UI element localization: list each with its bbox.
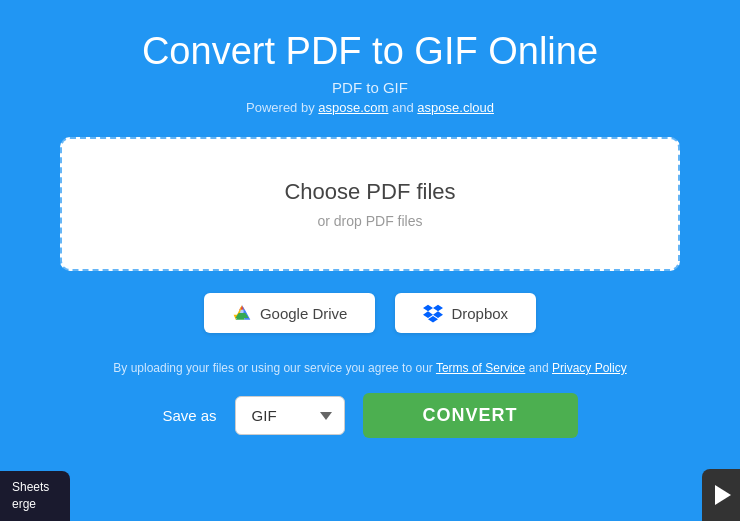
page-title: Convert PDF to GIF Online: [142, 30, 598, 73]
subtitle: PDF to GIF: [332, 79, 408, 96]
save-as-label: Save as: [162, 407, 216, 424]
privacy-policy-link[interactable]: Privacy Policy: [552, 361, 627, 375]
main-container: Convert PDF to GIF Online PDF to GIF Pow…: [0, 0, 740, 521]
google-drive-button[interactable]: Google Drive: [204, 293, 376, 333]
terms-of-service-link[interactable]: Terms of Service: [436, 361, 525, 375]
google-drive-icon: [232, 303, 252, 323]
sidebar-right-overlay: [702, 469, 740, 521]
terms-and: and: [529, 361, 552, 375]
format-select[interactable]: GIF PNG JPEG PDF TIFF: [235, 396, 345, 435]
powered-by-and: and: [392, 100, 417, 115]
terms-text: By uploading your files or using our ser…: [113, 361, 626, 375]
sidebar-left-line2: erge: [12, 497, 36, 511]
drop-zone-subtitle: or drop PDF files: [317, 213, 422, 229]
aspose-com-link[interactable]: aspose.com: [318, 100, 388, 115]
file-drop-zone[interactable]: Choose PDF files or drop PDF files: [60, 137, 680, 271]
bottom-bar: Save as GIF PNG JPEG PDF TIFF CONVERT: [162, 393, 577, 438]
sidebar-left-line1: Sheets: [12, 480, 49, 494]
dropbox-icon: [423, 303, 443, 323]
dropbox-label: Dropbox: [451, 305, 508, 322]
terms-prefix: By uploading your files or using our ser…: [113, 361, 433, 375]
dropbox-button[interactable]: Dropbox: [395, 293, 536, 333]
google-drive-label: Google Drive: [260, 305, 348, 322]
aspose-cloud-link[interactable]: aspose.cloud: [417, 100, 494, 115]
play-icon: [715, 485, 731, 505]
drop-zone-title: Choose PDF files: [284, 179, 455, 205]
powered-by: Powered by aspose.com and aspose.cloud: [246, 100, 494, 115]
cloud-buttons-row: Google Drive Dropbox: [204, 293, 536, 333]
sidebar-left-overlay: Sheets erge: [0, 471, 70, 521]
convert-button[interactable]: CONVERT: [363, 393, 578, 438]
powered-by-text: Powered by: [246, 100, 315, 115]
